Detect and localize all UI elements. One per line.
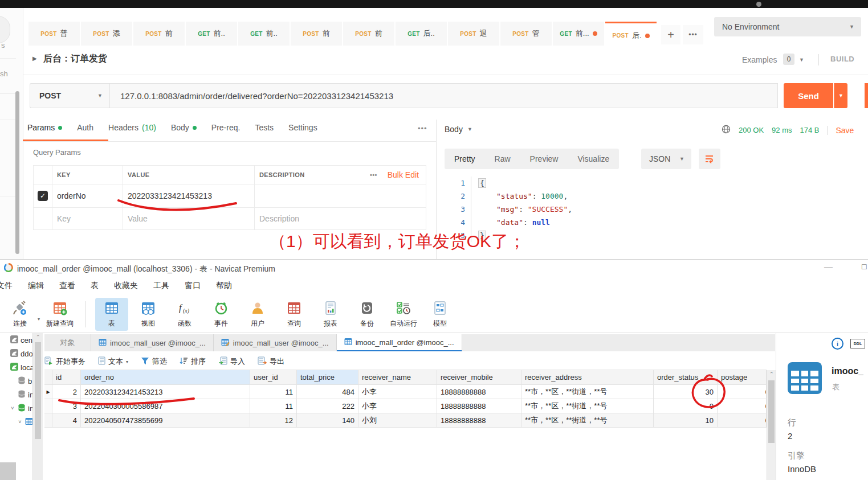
scroll-up-icon[interactable]: ⌃ [769,371,774,377]
save-response-button[interactable]: Save [836,126,854,135]
subtab-pre-req-[interactable]: Pre-req. [211,123,241,132]
view-tab-preview[interactable]: Preview [520,154,568,163]
subtab-headers[interactable]: Headers(10) [108,123,156,132]
grid-scrollbar[interactable]: ⌃ [767,370,776,480]
toolbar-user[interactable]: 用户 [241,298,274,331]
object-tab[interactable]: imooc_mall_user @imooc_... [91,334,214,351]
new-tab-button[interactable]: + [661,25,680,44]
build-label[interactable]: BUILD [830,55,854,63]
request-tab[interactable]: POST前 [133,22,185,46]
chevron-down-icon[interactable]: ▾ [38,317,40,322]
request-tab[interactable]: GET前.. [186,22,237,46]
tree-item-in[interactable]: in [0,388,32,401]
collapse-caret-icon[interactable]: ▶ [32,55,37,61]
cell-postage[interactable]: 0 [718,385,767,399]
cell-order_status[interactable]: 30 [654,385,718,399]
grid-header-order_status[interactable]: order_status [654,370,718,385]
response-format-selector[interactable]: JSON ▼ [641,149,691,169]
subtab-tests[interactable]: Tests [255,123,274,132]
param-key-placeholder[interactable]: Key [52,208,123,229]
tree-item-ddo[interactable]: ddo [0,347,32,360]
param-value-placeholder[interactable]: Value [123,208,255,229]
table-tool-sort[interactable]: 排序 [180,356,206,367]
toolbar-table[interactable]: 表 [95,298,128,331]
object-tab[interactable]: imooc_mall_order @imooc_... [337,334,462,351]
menu-item[interactable]: 工具 [153,281,169,291]
cell-receiver_address[interactable]: **市，**区，**街道，**号 [521,413,654,428]
request-tab[interactable]: POST退 [448,22,499,46]
cell-total_price[interactable]: 140 [297,413,358,428]
method-selector[interactable]: POST ▼ [30,83,109,108]
sidebar-pill[interactable] [0,16,10,43]
param-description-placeholder[interactable]: Description [255,208,426,229]
tree-item-loca[interactable]: loca [0,360,32,374]
request-tab[interactable]: POST后. [605,22,657,48]
request-tab[interactable]: POST管 [500,22,552,46]
view-tab-pretty[interactable]: Pretty [445,154,485,163]
cell-id[interactable]: 4 [52,413,81,428]
cell-postage[interactable]: 0 [718,399,767,413]
menu-item[interactable]: 查看 [59,281,75,291]
toolbar-function[interactable]: f(x)函数 [168,298,201,331]
cell-order_no[interactable]: 2022040507473855699 [81,413,250,428]
maximize-button[interactable]: □ [862,262,866,271]
chevron-down-icon[interactable]: ▼ [799,57,804,63]
toolbar-plug[interactable]: 连接 [3,298,36,331]
minimize-button[interactable]: — [824,262,833,272]
tree-caret-icon[interactable]: ˅ [10,405,15,411]
response-body-selector[interactable]: Body ▼ [445,125,472,134]
cell-postage[interactable]: 0 [718,413,767,428]
cell-user_id[interactable]: 12 [250,413,297,428]
tree-item-in[interactable]: ˅in [0,401,32,415]
cell-id[interactable]: 2 [52,385,81,399]
send-button[interactable]: Send [784,83,833,108]
tree-scrollbar[interactable]: ⌃ [32,333,43,480]
tree-caret-icon[interactable]: ˅ [17,419,23,425]
menu-item[interactable]: 帮助 [216,281,232,291]
cell-order_status[interactable]: 0 [654,399,718,413]
param-checkbox[interactable] [38,191,48,201]
request-tab[interactable]: GET前... [553,22,604,46]
cell-receiver_name[interactable]: 小李 [358,385,437,399]
toolbar-report[interactable]: 报表 [314,298,347,331]
environment-selector[interactable]: No Environment ▼ [714,17,861,36]
tab-options-button[interactable]: ••• [683,25,703,44]
request-tab[interactable]: POST前 [343,22,394,46]
cell-receiver_mobile[interactable]: 18888888888 [437,413,521,428]
examples-label[interactable]: Examples [742,55,777,64]
info-icon[interactable]: i [832,338,843,350]
param-description[interactable] [255,184,426,207]
tree-item-cen[interactable]: cen [0,333,32,347]
navicat-titlebar[interactable]: imooc_mall_order @imooc_mall (localhost_… [0,261,868,278]
toolbar-event[interactable]: 事件 [205,298,238,331]
ddl-icon[interactable]: DDL [850,339,865,348]
view-tab-visualize[interactable]: Visualize [568,154,619,163]
scroll-up-icon[interactable]: ⌃ [36,334,40,340]
toolbar-new-query[interactable]: 新建查询 [43,298,76,331]
send-options-button[interactable]: ▼ [834,83,847,108]
cell-receiver_address[interactable]: **市，**区，**街道，**号 [521,399,654,413]
view-tab-raw[interactable]: Raw [485,154,520,163]
grid-header-id[interactable]: id [52,370,81,385]
toolbar-backup[interactable]: 备份 [351,298,384,331]
grid-header-total_price[interactable]: total_price [297,370,358,385]
avatar[interactable] [756,2,761,7]
grid-header-user_id[interactable]: user_id [250,370,297,385]
grid-header-order_no[interactable]: order_no [81,370,250,385]
bulk-edit-button[interactable]: Bulk Edit [388,170,419,179]
table-tool-filter[interactable]: 筛选 [141,356,167,367]
sidebar-scrollbar[interactable] [15,91,19,254]
cell-receiver_mobile[interactable]: 18888888888 [437,385,521,399]
tree-item[interactable]: ˅ [0,415,32,429]
subtab-settings[interactable]: Settings [288,123,317,132]
scrollbar-thumb[interactable] [35,342,41,439]
menu-item[interactable]: 文件 [0,281,13,291]
menu-item[interactable]: 编辑 [28,281,44,291]
subtab-params[interactable]: Params [27,123,62,132]
toolbar-view[interactable]: 视图 [132,298,165,331]
request-tab[interactable]: POST前 [291,22,342,46]
wrap-text-button[interactable] [699,149,720,169]
request-tab[interactable]: POST普 [28,22,80,46]
menu-item[interactable]: 表 [91,281,99,291]
request-tab[interactable]: GET前.. [238,22,290,46]
